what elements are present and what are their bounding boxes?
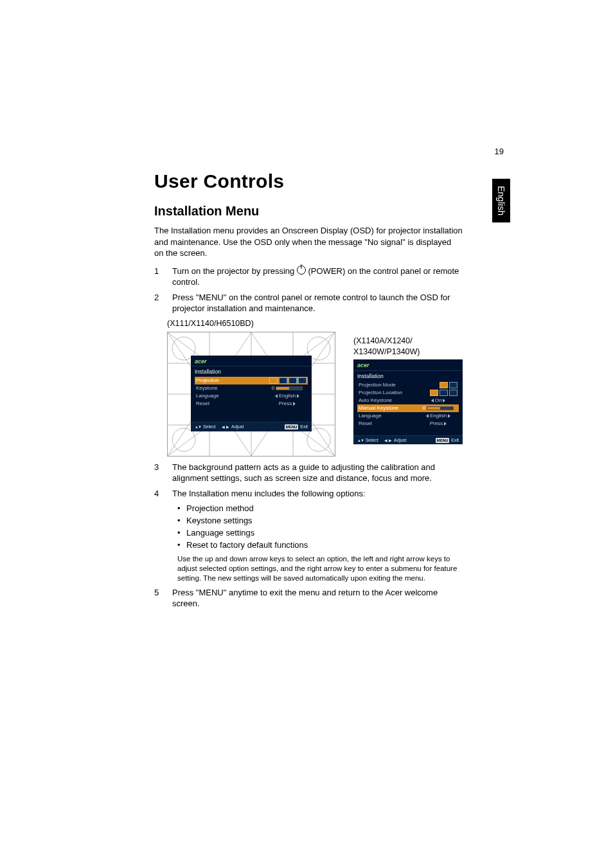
main-content: User Controls Installation Menu The Inst…	[154, 170, 463, 613]
osd-title: Installation	[357, 372, 459, 381]
page-title: User Controls	[154, 170, 463, 192]
step-1-pre: Turn on the projector by pressing	[172, 266, 297, 276]
figure-right: (X1140A/X1240/ X1340W/P1340W) acer Insta…	[353, 332, 463, 445]
proj-mode-icon	[440, 382, 448, 388]
slider-icon	[427, 406, 454, 410]
osd-value: 0	[268, 385, 306, 392]
projection-icons	[269, 377, 306, 384]
osd-body: Installation Projection	[191, 366, 312, 409]
page-number: 19	[495, 147, 504, 156]
figure-right-caption: (X1140A/X1240/ X1340W/P1340W)	[353, 336, 463, 357]
footer-select: Select	[366, 437, 378, 443]
proj-mode-icon	[279, 377, 287, 384]
step-number: 4	[154, 488, 172, 500]
osd-value-text: On	[435, 397, 442, 404]
osd-value-text: English	[279, 393, 296, 400]
step-2: 2 Press "MENU" on the control panel or r…	[154, 292, 463, 314]
osd-value: 0	[419, 405, 458, 412]
bullet-list: Projection method Keystone settings Lang…	[177, 503, 463, 551]
figure-left: acer Installation Projection	[167, 332, 346, 457]
numbered-list: 1 Turn on the projector by pressing (POW…	[154, 266, 463, 610]
figure-left-caption: (X111/X1140/H6510BD)	[167, 318, 347, 329]
footer-exit: Exit	[451, 437, 459, 443]
language-tab: English	[492, 179, 510, 222]
proj-mode-icon	[289, 377, 297, 384]
osd-value: On	[419, 397, 458, 404]
osd-label: Projection	[196, 377, 267, 384]
svg-point-14	[172, 428, 195, 451]
proj-loc-icon	[440, 390, 448, 396]
osd-label: Language	[196, 393, 265, 400]
osd-label: Projection Location	[359, 390, 427, 397]
footer-adjust: Adjust	[231, 424, 244, 429]
footer-select: Select	[203, 424, 215, 429]
updown-icon	[195, 424, 201, 429]
bullet-item: Language settings	[177, 527, 463, 539]
leftright-icon	[222, 424, 229, 429]
osd-label: Language	[359, 413, 416, 420]
bullet-item: Projection method	[177, 503, 463, 515]
osd-brand: acer	[191, 356, 312, 366]
osd-panel-left: acer Installation Projection	[191, 356, 312, 431]
section-title: Installation Menu	[154, 204, 463, 219]
osd-label: Keystone	[196, 385, 265, 392]
figure-area: acer Installation Projection	[167, 332, 463, 457]
osd-value-text: Press	[430, 420, 443, 428]
step-text: Press "MENU" on the control panel or rem…	[172, 292, 463, 314]
osd-label: Manual Keystone	[359, 405, 416, 412]
projection-icons	[430, 390, 458, 396]
menu-key-icon: MENU	[285, 424, 299, 429]
step-number: 3	[154, 462, 172, 484]
step-4: 4 The Installation menu includes the fol…	[154, 488, 463, 500]
step-text: The background pattern acts as a guide t…	[172, 462, 463, 484]
osd-value-text: Press	[279, 401, 292, 408]
step-3: 3 The background pattern acts as a guide…	[154, 462, 463, 484]
proj-mode-icon	[269, 377, 278, 384]
menu-key-icon: MENU	[436, 438, 450, 443]
osd-row-reset: Reset Press	[195, 400, 308, 408]
leftright-icon	[384, 437, 392, 443]
usage-note: Use the up and down arrow keys to select…	[177, 554, 463, 583]
right-arrow-icon	[443, 399, 445, 402]
right-arrow-icon	[297, 394, 299, 398]
slider-num: 0	[423, 405, 425, 412]
left-arrow-icon	[426, 414, 429, 418]
left-arrow-icon	[275, 394, 278, 398]
footer-adjust: Adjust	[394, 437, 406, 443]
intro-paragraph: The Installation menu provides an Onscre…	[154, 225, 463, 259]
proj-loc-icon	[430, 390, 438, 396]
right-arrow-icon	[293, 402, 296, 406]
osd-body: Installation Projection Mode Projection …	[353, 371, 463, 429]
bullet-item: Keystone settings	[177, 515, 463, 527]
osd-value: English	[268, 393, 306, 400]
osd-value: English	[419, 413, 458, 420]
proj-mode-icon	[298, 377, 306, 384]
osd-row-proj-loc: Projection Location	[357, 389, 459, 397]
osd-row-reset: Reset Press	[357, 420, 459, 428]
step-text: Turn on the projector by pressing (POWER…	[172, 266, 463, 288]
osd-label: Reset	[359, 420, 416, 428]
footer-exit: Exit	[300, 424, 308, 429]
left-arrow-icon	[431, 399, 434, 402]
slider-num: 0	[272, 385, 274, 392]
osd-label: Auto Keystone	[359, 397, 416, 404]
projection-icons	[440, 382, 458, 388]
step-text: The Installation menu includes the follo…	[172, 488, 463, 500]
osd-row-keystone: Keystone 0	[195, 384, 308, 392]
bullet-item: Reset to factory default functions	[177, 539, 463, 552]
right-arrow-icon	[448, 414, 450, 418]
step-number: 1	[154, 266, 172, 288]
osd-row-proj-mode: Projection Mode	[357, 381, 459, 389]
osd-value: Press	[268, 401, 306, 408]
osd-brand: acer	[353, 359, 463, 370]
updown-icon	[357, 437, 364, 443]
power-icon	[297, 266, 306, 275]
osd-panel-right: acer Installation Projection Mode	[353, 359, 463, 444]
svg-point-15	[307, 428, 330, 451]
step-5: 5 Press "MENU" anytime to exit the menu …	[154, 587, 463, 610]
osd-label: Projection Mode	[359, 382, 437, 389]
calibration-pattern: acer Installation Projection	[167, 332, 335, 457]
proj-mode-icon	[449, 382, 458, 388]
osd-value: Press	[419, 420, 458, 428]
osd-row-language: Language English	[357, 412, 459, 420]
